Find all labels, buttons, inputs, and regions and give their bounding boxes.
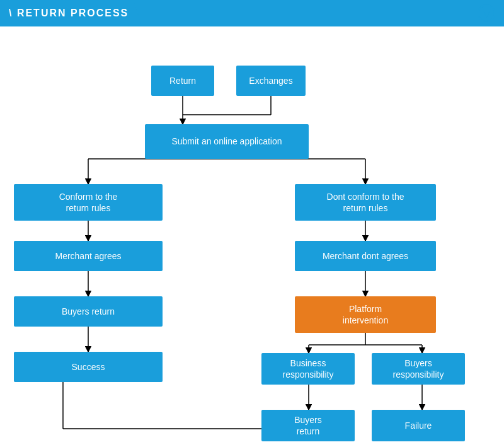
failure-box: Failure [372, 410, 465, 441]
merchant-agrees-box: Merchant agrees [14, 241, 163, 271]
exchanges-box: Exchanges [236, 66, 306, 96]
buyers-return-left-box: Buyers return [14, 296, 163, 327]
dont-conform-box: Dont conform to the return rules [295, 184, 436, 221]
header-icon[interactable]: ▽ [478, 4, 495, 22]
conform-box: Conform to the return rules [14, 184, 163, 221]
header-title-wrap: \ RETURN PROCESS [0, 3, 141, 24]
buyers-return-right-box: Buyers return [261, 410, 355, 441]
success-box: Success [14, 352, 163, 382]
platform-box: Platform intervention [295, 296, 436, 333]
diagram: Return Exchanges Submit an online applic… [0, 26, 504, 447]
submit-box: Submit an online application [145, 124, 309, 159]
header-title: \ RETURN PROCESS [9, 8, 129, 19]
header-bar: \ RETURN PROCESS ▽ [0, 0, 504, 26]
buyers-resp-box: Buyers responsibility [372, 353, 465, 385]
return-box: Return [151, 66, 214, 96]
merchant-dont-box: Merchant dont agrees [295, 241, 436, 271]
business-resp-box: Business responsibility [261, 353, 355, 385]
